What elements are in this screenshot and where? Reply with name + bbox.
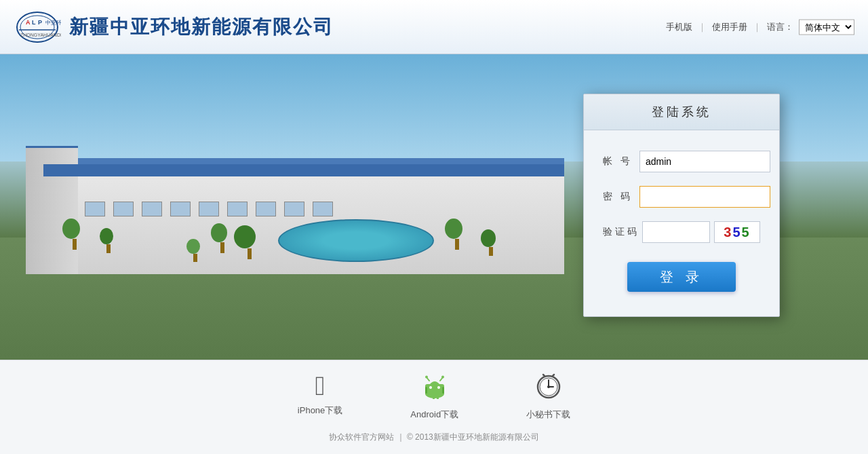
svg-text:ZHONGYAHUANDI: ZHONGYAHUANDI (20, 33, 61, 37)
svg-text:L: L (32, 19, 36, 26)
logo-icon: A L P 中亚环地 ZHONGYAHUANDI (14, 8, 61, 45)
captcha-group: 355 (642, 221, 760, 243)
password-row: 密 码 (603, 186, 760, 208)
svg-point-10 (429, 386, 432, 389)
company-name: 新疆中亚环地新能源有限公司 (69, 14, 334, 40)
svg-rect-9 (425, 384, 444, 394)
nav-sep-1: ｜ (698, 21, 707, 33)
manual-link[interactable]: 使用手册 (712, 21, 747, 33)
svg-point-15 (441, 375, 444, 378)
svg-rect-18 (433, 396, 435, 399)
header: A L P 中亚环地 ZHONGYAHUANDI 新疆中亚环地新能源有限公司 手… (0, 0, 868, 54)
xiaomi-label: 小秘书下载 (526, 409, 570, 421)
svg-point-13 (425, 375, 428, 378)
android-icon (421, 372, 448, 403)
captcha-label: 验证码 (603, 226, 635, 238)
logo-area: A L P 中亚环地 ZHONGYAHUANDI 新疆中亚环地新能源有限公司 (14, 8, 334, 45)
login-button[interactable]: 登 录 (627, 262, 736, 292)
svg-point-11 (437, 386, 440, 389)
clock-icon (535, 372, 562, 403)
svg-rect-19 (437, 396, 439, 399)
username-input[interactable] (639, 151, 770, 172)
svg-rect-17 (442, 387, 444, 394)
svg-text:A: A (26, 19, 31, 26)
xiaomi-download[interactable]: 小秘书下载 (526, 372, 570, 421)
download-section:  iPhone下载 (298, 372, 570, 421)
login-title: 登陆系统 (584, 94, 779, 130)
captcha-image[interactable]: 355 (714, 221, 760, 243)
password-label: 密 码 (603, 191, 633, 203)
password-input[interactable] (639, 186, 770, 208)
mobile-link[interactable]: 手机版 (666, 21, 692, 33)
copyright: 协众软件官方网站 ｜ © 2013新疆中亚环地新能源有限公司 (329, 432, 539, 443)
svg-line-25 (543, 375, 545, 376)
captcha-input[interactable] (642, 221, 710, 243)
svg-rect-16 (425, 387, 427, 394)
login-dialog: 登陆系统 帐 号 密 码 验证码 355 登 录 (583, 94, 780, 317)
username-row: 帐 号 (603, 151, 760, 172)
language-select[interactable]: 简体中文 (799, 19, 854, 35)
svg-text:中亚环地: 中亚环地 (45, 20, 61, 26)
iphone-label: iPhone下载 (298, 404, 342, 417)
svg-line-26 (553, 375, 554, 376)
nav-sep-2: ｜ (753, 21, 762, 33)
footer:  iPhone下载 (0, 360, 868, 454)
android-label: Android下载 (410, 409, 458, 421)
username-label: 帐 号 (603, 155, 633, 168)
svg-point-24 (547, 385, 550, 388)
svg-text:P: P (38, 19, 42, 26)
captcha-row: 验证码 355 (603, 221, 760, 243)
header-nav: 手机版 ｜ 使用手册 ｜ 语言： 简体中文 (666, 19, 854, 35)
iphone-download[interactable]:  iPhone下载 (298, 372, 342, 421)
svg-point-0 (17, 12, 58, 42)
login-form: 帐 号 密 码 验证码 355 登 录 (584, 130, 779, 316)
lang-label: 语言： (767, 21, 793, 33)
apple-icon:  (315, 372, 326, 399)
android-download[interactable]: Android下载 (410, 372, 458, 421)
